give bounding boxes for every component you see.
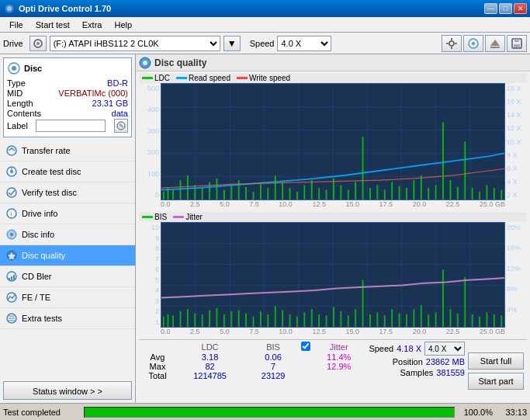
nav-fe-te[interactable]: FE / TE — [0, 287, 135, 308]
svg-rect-15 — [514, 44, 520, 47]
svg-rect-89 — [406, 188, 407, 200]
transfer-rate-icon — [5, 144, 19, 158]
start-full-button[interactable]: Start full — [468, 352, 524, 370]
drive-settings-btn[interactable] — [442, 35, 462, 52]
svg-rect-160 — [479, 317, 480, 327]
svg-rect-140 — [333, 307, 334, 327]
speed-dropdown[interactable]: 4.0 X — [424, 342, 465, 356]
status-window-button[interactable]: Status window > > — [3, 381, 132, 400]
maximize-button[interactable]: □ — [499, 3, 512, 14]
svg-rect-92 — [428, 188, 429, 200]
svg-rect-61 — [202, 188, 203, 200]
nav-list: Transfer rate Create test disc Verify te… — [0, 141, 135, 378]
svg-rect-55 — [163, 192, 165, 200]
svg-rect-145 — [369, 314, 371, 327]
svg-rect-59 — [187, 175, 189, 200]
disc-info-box: Disc Type BD-R MID VERBATIMc (000) Lengt… — [3, 57, 132, 137]
svg-rect-135 — [296, 317, 298, 327]
speed-label: Speed — [250, 39, 275, 48]
nav-extra-tests[interactable]: Extra tests — [0, 308, 135, 329]
svg-rect-125 — [223, 314, 225, 327]
disc-header-label: Disc — [24, 64, 42, 73]
nav-create-test-disc[interactable]: Create test disc — [0, 161, 135, 182]
nav-create-test-disc-label: Create test disc — [22, 167, 81, 176]
svg-rect-99 — [479, 192, 480, 200]
samples-label: Samples — [400, 368, 433, 377]
svg-rect-148 — [391, 309, 393, 327]
svg-rect-94 — [442, 123, 444, 200]
cd-bler-icon — [5, 269, 19, 283]
drive-select[interactable]: (F:) ATAPI iHBS112 2 CL0K — [50, 36, 220, 51]
menu-extra[interactable]: Extra — [76, 19, 109, 31]
svg-rect-117 — [168, 314, 169, 327]
disc-type-row: Type BD-R — [7, 78, 128, 88]
nav-transfer-rate[interactable]: Transfer rate — [0, 141, 135, 161]
max-label: Max — [142, 362, 173, 371]
svg-rect-146 — [376, 312, 378, 327]
disc-btn[interactable] — [463, 35, 483, 52]
col-ldc: LDC — [173, 342, 247, 352]
right-panel: Disc quality LDC Read speed Write speed — [136, 54, 530, 403]
menu-help[interactable]: Help — [108, 19, 138, 31]
chart1-legend: LDC Read speed Write speed — [139, 73, 527, 83]
nav-cd-bler[interactable]: CD Bler — [0, 266, 135, 287]
svg-rect-65 — [230, 185, 232, 200]
svg-rect-83 — [362, 137, 364, 200]
max-ldc: 82 — [173, 362, 247, 371]
svg-rect-60 — [194, 185, 196, 200]
nav-disc-info[interactable]: Disc info — [0, 224, 135, 245]
close-button[interactable]: ✕ — [514, 3, 527, 14]
speed-select[interactable]: 4.0 X — [277, 36, 331, 51]
chart1-y-right: 2 X4 X6 X8 X10 X12 X14 X16 X18 X — [505, 83, 527, 200]
nav-drive-info-label: Drive info — [22, 209, 57, 218]
avg-jitter: 11.4% — [312, 352, 365, 362]
svg-rect-73 — [289, 188, 291, 200]
svg-text:i: i — [11, 210, 12, 217]
svg-rect-133 — [282, 311, 283, 327]
svg-rect-82 — [355, 182, 356, 200]
legend-write-color — [237, 77, 248, 79]
label-input[interactable] — [36, 120, 106, 132]
toolbar-buttons — [442, 35, 527, 52]
minimize-button[interactable]: — — [484, 3, 497, 14]
svg-rect-132 — [275, 306, 276, 327]
jitter-checkbox[interactable] — [301, 342, 310, 351]
svg-rect-74 — [296, 192, 298, 200]
svg-rect-70 — [267, 188, 268, 200]
svg-rect-64 — [223, 190, 225, 200]
max-bis: 7 — [247, 362, 300, 371]
nav-drive-info[interactable]: i Drive info — [0, 203, 135, 224]
svg-rect-129 — [253, 317, 255, 327]
eject-btn[interactable] — [485, 35, 505, 52]
drive-refresh-btn[interactable]: ▼ — [223, 36, 241, 51]
max-jitter: 12.9% — [312, 362, 365, 371]
svg-rect-136 — [303, 312, 305, 327]
label-edit-btn[interactable]: ✎ — [114, 119, 128, 133]
save-btn[interactable] — [507, 35, 527, 52]
nav-disc-quality[interactable]: Disc quality — [0, 245, 135, 266]
contents-value: data — [112, 109, 128, 118]
start-part-button[interactable]: Start part — [468, 373, 524, 390]
svg-rect-72 — [282, 182, 283, 200]
svg-rect-91 — [421, 175, 422, 200]
disc-contents-row: Contents data — [7, 109, 128, 118]
disc-info-header: Disc — [7, 61, 128, 75]
legend-write-speed: Write speed — [237, 74, 290, 82]
avg-ldc: 3.18 — [173, 352, 247, 362]
svg-rect-78 — [326, 190, 327, 200]
status-text: Test completed — [3, 408, 81, 417]
nav-verify-test-disc[interactable]: Verify test disc — [0, 182, 135, 203]
svg-rect-130 — [260, 311, 262, 327]
svg-rect-147 — [384, 315, 386, 327]
svg-rect-149 — [399, 314, 400, 327]
svg-rect-122 — [202, 314, 203, 327]
menu-file[interactable]: File — [3, 19, 29, 31]
svg-rect-127 — [238, 311, 240, 327]
drive-bar: Drive (F:) ATAPI iHBS112 2 CL0K ▼ Speed … — [0, 33, 530, 54]
svg-rect-87 — [391, 182, 393, 200]
verify-test-disc-icon — [5, 186, 19, 200]
stats-area: LDC BIS Jitter Avg 3.18 — [139, 339, 527, 401]
menu-start-test[interactable]: Start test — [29, 19, 76, 31]
total-bis: 23129 — [247, 371, 300, 380]
svg-rect-33 — [11, 276, 12, 280]
